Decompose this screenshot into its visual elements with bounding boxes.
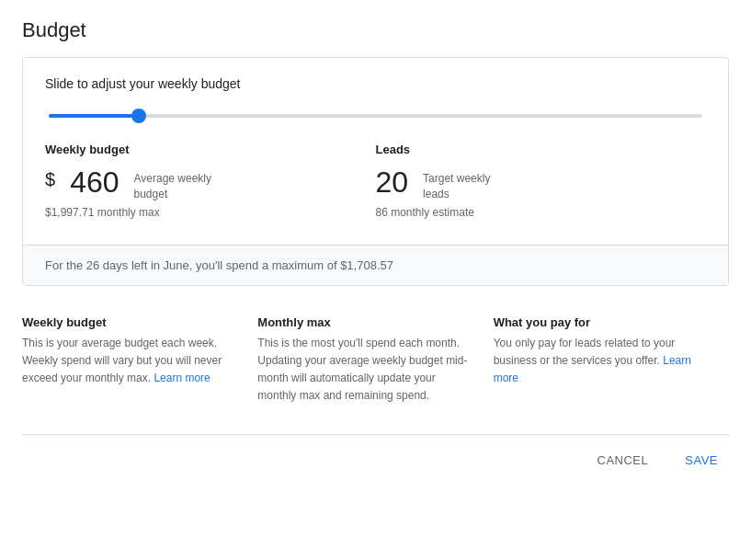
budget-slider[interactable] [49, 114, 702, 118]
monthly-max-info-title: Monthly max [257, 315, 471, 329]
weekly-budget-label: Average weeklybudget [134, 171, 212, 202]
weekly-budget-info-col: Weekly budget This is your average budge… [22, 315, 257, 406]
weekly-budget-learn-more[interactable]: Learn more [154, 371, 210, 384]
weekly-budget-info-text: This is your average budget each week. W… [22, 335, 235, 388]
weekly-budget-info-title: Weekly budget [22, 315, 235, 329]
monthly-max-info-text: This is the most you'll spend each month… [257, 335, 471, 406]
leads-label: Target weeklyleads [423, 171, 490, 202]
weekly-budget-header: Weekly budget [45, 143, 376, 156]
what-you-pay-info-col: What you pay for You only pay for leads … [494, 315, 729, 406]
budget-card: Slide to adjust your weekly budget Weekl… [22, 57, 729, 286]
page-title: Budget [22, 18, 729, 42]
info-section: Weekly budget This is your average budge… [22, 308, 729, 420]
monthly-max-value: $1,997.71 monthly max [45, 206, 376, 219]
notice-bar: For the 26 days left in June, you'll spe… [23, 245, 728, 285]
leads-col: Leads 20 Target weeklyleads 86 monthly e… [376, 143, 707, 237]
what-you-pay-info-text: You only pay for leads related to your b… [494, 335, 707, 388]
what-you-pay-learn-more[interactable]: Learn more [494, 354, 691, 384]
save-button[interactable]: SAVE [674, 446, 729, 474]
what-you-pay-info-title: What you pay for [494, 315, 707, 329]
cancel-button[interactable]: CANCEL [586, 446, 660, 474]
footer-actions: CANCEL SAVE [22, 434, 729, 478]
slider-section: Slide to adjust your weekly budget [23, 58, 728, 120]
budget-leads-row: Weekly budget $ 460 Average weeklybudget… [23, 143, 728, 237]
leads-amount: 20 [376, 167, 409, 197]
weekly-budget-amount-row: $ 460 Average weeklybudget [45, 167, 376, 202]
slider-label: Slide to adjust your weekly budget [45, 76, 706, 91]
monthly-max-info-col: Monthly max This is the most you'll spen… [257, 315, 493, 406]
monthly-estimate-value: 86 monthly estimate [376, 206, 707, 219]
slider-container [45, 106, 706, 120]
weekly-budget-col: Weekly budget $ 460 Average weeklybudget… [45, 143, 376, 237]
weekly-budget-amount: 460 [70, 167, 119, 197]
leads-header: Leads [376, 143, 707, 156]
leads-amount-row: 20 Target weeklyleads [376, 167, 707, 202]
dollar-sign: $ [45, 169, 55, 190]
